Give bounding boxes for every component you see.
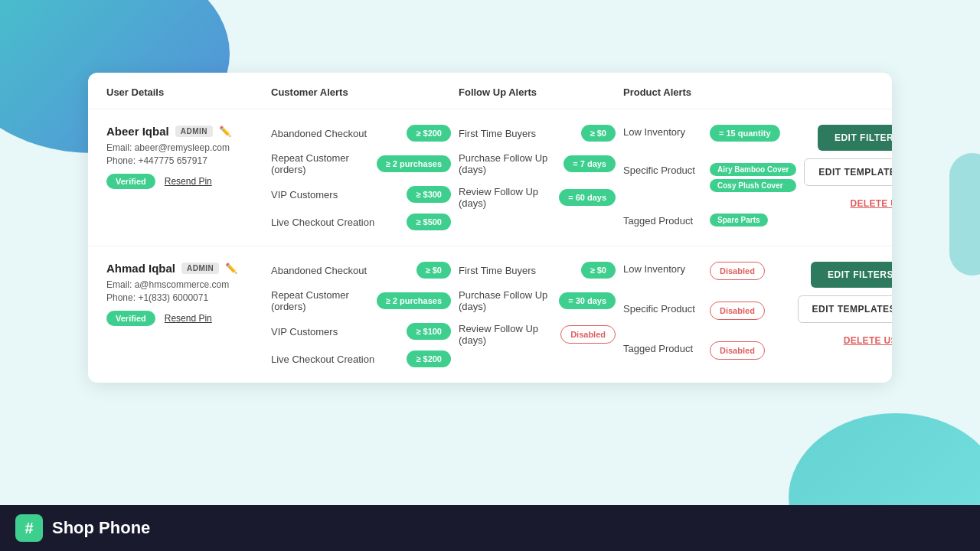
col-header-user-details: User Details [106, 86, 271, 98]
alert-label: Abandoned Checkout [271, 128, 407, 139]
alert-label: VIP Customers [271, 189, 407, 201]
actions-col-2: EDIT FILTERS EDIT TEMPLATES DELETE USER [790, 262, 892, 350]
pa-tagged-product-1: Tagged Product Spare Parts [623, 214, 796, 227]
admin-badge-1: ADMIN [175, 126, 213, 137]
alert-label: Repeat Customer (orders) [271, 152, 377, 175]
followup-alerts-2: First Time Buyers ≥ $0 Purchase Follow U… [459, 262, 623, 346]
alert-label: Purchase Follow Up (days) [459, 152, 564, 175]
alert-label: VIP Customers [271, 326, 407, 337]
tag-airy-bamboo: Airy Bamboo Cover [710, 163, 796, 176]
edit-templates-button-1[interactable]: EDIT TEMPLATES [804, 158, 892, 186]
followup-review-1: Review Follow Up (days) = 60 days [459, 186, 623, 209]
alert-value: ≥ $0 [416, 262, 451, 279]
pa-specific-product-1: Specific Product Airy Bamboo Cover Cosy … [623, 163, 796, 192]
user-row-1: Abeer Iqbal ADMIN ✏️ Email: abeer@remysl… [88, 109, 892, 246]
col-header-product-alerts: Product Alerts [623, 86, 892, 98]
alert-label: First Time Buyers [459, 128, 581, 139]
table-header: User Details Customer Alerts Follow Up A… [88, 73, 892, 109]
alert-label: Live Checkout Creation [271, 354, 407, 365]
user-email-1: Email: abeer@remysleep.com [106, 142, 271, 153]
followup-review-2: Review Follow Up (days) Disabled [459, 323, 623, 346]
alert-value: ≥ 2 purchases [377, 292, 451, 309]
alert-value: ≥ $500 [407, 214, 451, 230]
user-phone-2: Phone: +1(833) 6000071 [106, 292, 271, 303]
alert-value: ≥ $0 [581, 262, 616, 279]
followup-alerts-1: First Time Buyers ≥ $0 Purchase Follow U… [459, 125, 623, 209]
bottom-bar: # Shop Phone [0, 505, 980, 551]
followup-purchase-1: Purchase Follow Up (days) = 7 days [459, 152, 623, 175]
pa-label: Specific Product [623, 163, 704, 176]
edit-filters-button-1[interactable]: EDIT FILTERS [818, 125, 892, 151]
alert-value: ≥ $100 [407, 323, 451, 340]
pa-disabled-value: Disabled [710, 302, 765, 320]
alert-value: ≥ $200 [407, 350, 451, 367]
pa-label: Tagged Product [623, 341, 704, 354]
alert-label: Repeat Customer (orders) [271, 289, 377, 312]
customer-alerts-1: Abandoned Checkout ≥ $200 Repeat Custome… [271, 125, 459, 230]
alert-value: ≥ $300 [407, 186, 451, 203]
verified-badge-2: Verified [106, 311, 155, 326]
admin-badge-2: ADMIN [181, 262, 219, 274]
pa-disabled-value: Disabled [710, 262, 765, 280]
alert-label: First Time Buyers [459, 265, 581, 276]
pa-disabled-value: Disabled [710, 341, 765, 360]
product-alerts-1: Low Inventory = 15 quantity Specific Pro… [623, 125, 796, 227]
followup-first-time-2: First Time Buyers ≥ $0 [459, 262, 623, 279]
alert-live-checkout-2: Live Checkout Creation ≥ $200 [271, 350, 459, 367]
user-details-1: Abeer Iqbal ADMIN ✏️ Email: abeer@remysl… [106, 125, 271, 189]
pa-label: Low Inventory [623, 125, 704, 138]
pa-label: Tagged Product [623, 214, 704, 227]
resend-pin-1[interactable]: Resend Pin [165, 176, 212, 187]
alert-value: = 60 days [559, 189, 616, 206]
app-title: Shop Phone [52, 518, 150, 538]
alert-label: Review Follow Up (days) [459, 323, 560, 346]
user-details-2: Ahmad Iqbal ADMIN ✏️ Email: a@hmscommerc… [106, 262, 271, 326]
followup-first-time-1: First Time Buyers ≥ $0 [459, 125, 623, 142]
alert-value: = 30 days [559, 292, 616, 309]
alert-label: Abandoned Checkout [271, 265, 416, 276]
alert-vip-1: VIP Customers ≥ $300 [271, 186, 459, 203]
pa-low-inventory-1: Low Inventory = 15 quantity [623, 125, 796, 142]
edit-templates-button-2[interactable]: EDIT TEMPLATES [798, 295, 892, 323]
col-header-followup-alerts: Follow Up Alerts [459, 86, 623, 98]
pa-tagged-product-2: Tagged Product Disabled [623, 341, 790, 360]
alert-label: Live Checkout Creation [271, 217, 407, 228]
alert-value: ≥ $200 [407, 125, 451, 142]
product-and-actions-2: Low Inventory Disabled Specific Product … [623, 262, 892, 360]
user-email-2: Email: a@hmscommerce.com [106, 279, 271, 290]
pa-value: = 15 quantity [710, 125, 780, 142]
alert-value: ≥ 2 purchases [377, 155, 451, 172]
user-name-1: Abeer Iqbal [106, 125, 169, 138]
alert-live-checkout-1: Live Checkout Creation ≥ $500 [271, 214, 459, 230]
user-name-2: Ahmad Iqbal [106, 262, 175, 275]
alert-repeat-customer-1: Repeat Customer (orders) ≥ 2 purchases [271, 152, 459, 175]
pa-specific-product-2: Specific Product Disabled [623, 302, 790, 320]
alert-label: Purchase Follow Up (days) [459, 289, 559, 312]
followup-purchase-2: Purchase Follow Up (days) = 30 days [459, 289, 623, 312]
alert-abandoned-checkout-2: Abandoned Checkout ≥ $0 [271, 262, 459, 279]
tag-cosy-plush: Cosy Plush Cover [710, 179, 796, 192]
actions-col-1: EDIT FILTERS EDIT TEMPLATES DELETE USER [796, 125, 892, 214]
alert-abandoned-checkout-1: Abandoned Checkout ≥ $200 [271, 125, 459, 142]
delete-user-button-2[interactable]: DELETE USER [844, 331, 892, 350]
edit-icon-1[interactable]: ✏️ [219, 126, 231, 137]
pa-label: Low Inventory [623, 262, 704, 275]
user-phone-1: Phone: +447775 657917 [106, 155, 271, 166]
alert-value: = 7 days [564, 155, 616, 172]
tag-spare-parts: Spare Parts [710, 214, 768, 227]
alert-label: Review Follow Up (days) [459, 186, 559, 209]
product-alerts-2: Low Inventory Disabled Specific Product … [623, 262, 790, 360]
alert-repeat-customer-2: Repeat Customer (orders) ≥ 2 purchases [271, 289, 459, 312]
user-row-2: Ahmad Iqbal ADMIN ✏️ Email: a@hmscommerc… [88, 246, 892, 383]
delete-user-button-1[interactable]: DELETE USER [851, 194, 893, 214]
alert-value: ≥ $0 [581, 125, 616, 142]
pa-label: Specific Product [623, 302, 704, 315]
main-card: User Details Customer Alerts Follow Up A… [88, 73, 892, 383]
customer-alerts-2: Abandoned Checkout ≥ $0 Repeat Customer … [271, 262, 459, 367]
edit-filters-button-2[interactable]: EDIT FILTERS [811, 262, 892, 288]
resend-pin-2[interactable]: Resend Pin [165, 313, 212, 324]
edit-icon-2[interactable]: ✏️ [225, 262, 237, 274]
shop-phone-icon: # [15, 514, 43, 542]
pa-low-inventory-2: Low Inventory Disabled [623, 262, 790, 280]
alert-vip-2: VIP Customers ≥ $100 [271, 323, 459, 340]
